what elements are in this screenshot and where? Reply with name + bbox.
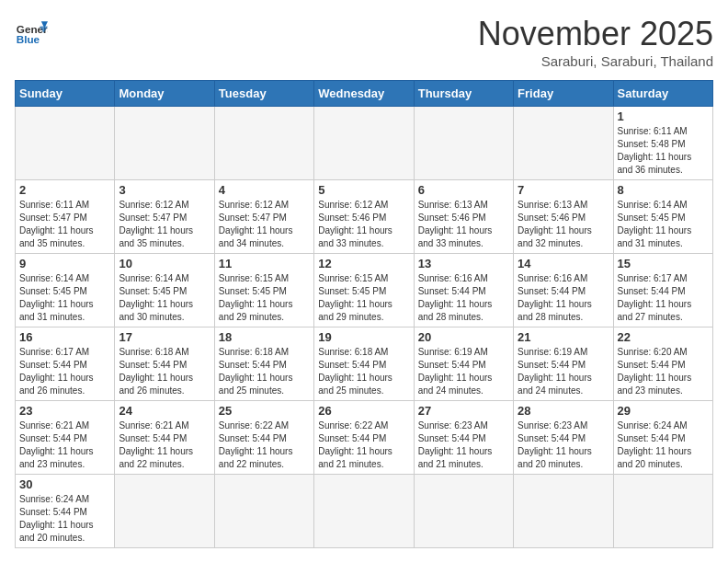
header-wednesday: Wednesday [314,81,414,107]
day-1: 1 Sunrise: 6:11 AM Sunset: 5:48 PM Dayli… [613,107,712,180]
empty-cell [414,475,513,548]
empty-cell [214,475,313,548]
empty-cell [314,475,414,548]
calendar-row-5: 23 Sunrise: 6:21 AM Sunset: 5:44 PM Dayl… [16,401,713,475]
day-30: 30 Sunrise: 6:24 AM Sunset: 5:44 PM Dayl… [16,475,115,548]
day-11: 11 Sunrise: 6:15 AM Sunset: 5:45 PM Dayl… [214,254,313,327]
calendar-table: Sunday Monday Tuesday Wednesday Thursday… [15,80,713,548]
day-2: 2 Sunrise: 6:11 AM Sunset: 5:47 PM Dayli… [16,180,115,254]
day-29: 29 Sunrise: 6:24 AM Sunset: 5:44 PM Dayl… [613,401,712,475]
day-19: 19 Sunrise: 6:18 AM Sunset: 5:44 PM Dayl… [314,327,414,401]
title-block: November 2025 Saraburi, Saraburi, Thaila… [478,15,713,69]
header-monday: Monday [115,81,214,107]
header-thursday: Thursday [414,81,513,107]
day-3: 3 Sunrise: 6:12 AM Sunset: 5:47 PM Dayli… [115,180,214,254]
logo-icon: General Blue [15,15,48,48]
header-sunday: Sunday [16,81,115,107]
day-12: 12 Sunrise: 6:15 AM Sunset: 5:45 PM Dayl… [314,254,414,327]
logo: General Blue [15,15,48,48]
empty-cell [414,107,513,180]
svg-text:Blue: Blue [17,33,40,45]
calendar-row-3: 9 Sunrise: 6:14 AM Sunset: 5:45 PM Dayli… [16,254,713,327]
header-tuesday: Tuesday [214,81,313,107]
empty-cell [16,107,115,180]
day-4: 4 Sunrise: 6:12 AM Sunset: 5:47 PM Dayli… [214,180,313,254]
day-23: 23 Sunrise: 6:21 AM Sunset: 5:44 PM Dayl… [16,401,115,475]
empty-cell [115,107,214,180]
empty-cell [514,107,613,180]
month-title: November 2025 [478,15,713,53]
header-friday: Friday [514,81,613,107]
calendar-row-1: 1 Sunrise: 6:11 AM Sunset: 5:48 PM Dayli… [16,107,713,180]
day-8: 8 Sunrise: 6:14 AM Sunset: 5:45 PM Dayli… [613,180,712,254]
day-17: 17 Sunrise: 6:18 AM Sunset: 5:44 PM Dayl… [115,327,214,401]
day-26: 26 Sunrise: 6:22 AM Sunset: 5:44 PM Dayl… [314,401,414,475]
empty-cell [314,107,414,180]
day-9: 9 Sunrise: 6:14 AM Sunset: 5:45 PM Dayli… [16,254,115,327]
calendar-row-4: 16 Sunrise: 6:17 AM Sunset: 5:44 PM Dayl… [16,327,713,401]
day-15: 15 Sunrise: 6:17 AM Sunset: 5:44 PM Dayl… [613,254,712,327]
day-6: 6 Sunrise: 6:13 AM Sunset: 5:46 PM Dayli… [414,180,513,254]
day-22: 22 Sunrise: 6:20 AM Sunset: 5:44 PM Dayl… [613,327,712,401]
page-header: General Blue November 2025 Saraburi, Sar… [15,15,713,69]
day-27: 27 Sunrise: 6:23 AM Sunset: 5:44 PM Dayl… [414,401,513,475]
day-28: 28 Sunrise: 6:23 AM Sunset: 5:44 PM Dayl… [514,401,613,475]
weekday-header-row: Sunday Monday Tuesday Wednesday Thursday… [16,81,713,107]
day-5: 5 Sunrise: 6:12 AM Sunset: 5:46 PM Dayli… [314,180,414,254]
day-21: 21 Sunrise: 6:19 AM Sunset: 5:44 PM Dayl… [514,327,613,401]
empty-cell [115,475,214,548]
day-24: 24 Sunrise: 6:21 AM Sunset: 5:44 PM Dayl… [115,401,214,475]
location-subtitle: Saraburi, Saraburi, Thailand [478,53,713,69]
day-7: 7 Sunrise: 6:13 AM Sunset: 5:46 PM Dayli… [514,180,613,254]
empty-cell [214,107,313,180]
day-13: 13 Sunrise: 6:16 AM Sunset: 5:44 PM Dayl… [414,254,513,327]
day-20: 20 Sunrise: 6:19 AM Sunset: 5:44 PM Dayl… [414,327,513,401]
calendar-row-6: 30 Sunrise: 6:24 AM Sunset: 5:44 PM Dayl… [16,475,713,548]
header-saturday: Saturday [613,81,712,107]
day-14: 14 Sunrise: 6:16 AM Sunset: 5:44 PM Dayl… [514,254,613,327]
calendar-row-2: 2 Sunrise: 6:11 AM Sunset: 5:47 PM Dayli… [16,180,713,254]
day-18: 18 Sunrise: 6:18 AM Sunset: 5:44 PM Dayl… [214,327,313,401]
day-10: 10 Sunrise: 6:14 AM Sunset: 5:45 PM Dayl… [115,254,214,327]
empty-cell [514,475,613,548]
day-25: 25 Sunrise: 6:22 AM Sunset: 5:44 PM Dayl… [214,401,313,475]
day-16: 16 Sunrise: 6:17 AM Sunset: 5:44 PM Dayl… [16,327,115,401]
empty-cell [613,475,712,548]
